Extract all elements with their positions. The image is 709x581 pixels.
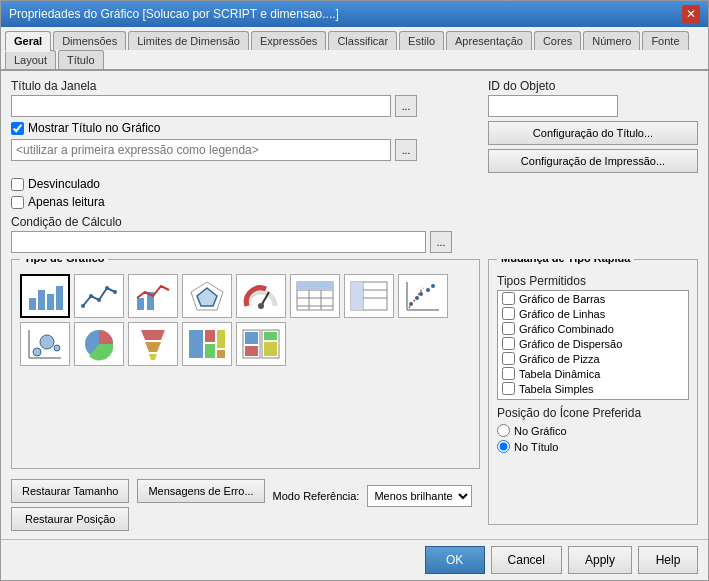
svg-marker-42 (145, 342, 161, 352)
chart-icon-gauge[interactable] (236, 274, 286, 318)
checkbox-linhas[interactable] (502, 307, 515, 320)
configuracao-impressao-button[interactable]: Configuração de Impressão... (488, 149, 698, 173)
help-button[interactable]: Help (638, 546, 698, 574)
tipos-permitidos-label: Tipos Permitidos (497, 274, 689, 288)
condicao-calculo-label: Condição de Cálculo (11, 215, 698, 229)
chart-icon-radar[interactable] (182, 274, 232, 318)
config-buttons-section: Configuração do Título... Configuração d… (488, 121, 698, 173)
tab-numero[interactable]: Número (583, 31, 640, 50)
configuracao-titulo-button[interactable]: Configuração do Título... (488, 121, 698, 145)
apenas-leitura-label: Apenas leitura (28, 195, 105, 209)
tipo-grafico-title: Tipo de Gráfico (20, 259, 108, 264)
tab-layout[interactable]: Layout (5, 50, 56, 69)
titulo-janela-input[interactable]: Solucao por SCRIPT e dimensao.... (11, 95, 391, 117)
bottom-bar: OK Cancel Apply Help (1, 539, 708, 580)
close-button[interactable]: ✕ (682, 5, 700, 23)
posicao-icone-section: Posição do Ícone Preferida No Gráfico No… (497, 406, 689, 453)
chart-icon-funnel[interactable] (128, 322, 178, 366)
radio-no-grafico[interactable] (497, 424, 510, 437)
ok-button[interactable]: OK (425, 546, 485, 574)
chart-icon-bubble[interactable] (20, 322, 70, 366)
listbox-item-linhas: Gráfico de Linhas (498, 306, 688, 321)
svg-point-39 (54, 345, 60, 351)
listbox-item-dinamica: Tabela Dinâmica (498, 366, 688, 381)
checkbox-barras[interactable] (502, 292, 515, 305)
restore-buttons: Restaurar Tamanho Restaurar Posição (11, 479, 129, 531)
svg-point-31 (415, 296, 419, 300)
tab-limites[interactable]: Limites de Dimensão (128, 31, 249, 50)
mostrar-titulo-checkbox[interactable] (11, 122, 24, 135)
tab-cores[interactable]: Cores (534, 31, 581, 50)
radio-no-titulo[interactable] (497, 440, 510, 453)
right-panel: Mudança de Tipo Rápida Tipos Permitidos … (488, 259, 698, 531)
restaurar-tamanho-button[interactable]: Restaurar Tamanho (11, 479, 129, 503)
svg-rect-45 (205, 330, 215, 342)
svg-rect-54 (264, 342, 277, 356)
bottom-controls: Restaurar Tamanho Restaurar Posição Mens… (11, 479, 480, 531)
tipos-listbox: Gráfico de Barras Gráfico de Linhas Gráf… (497, 290, 689, 400)
tab-dimensoes[interactable]: Dimensões (53, 31, 126, 50)
restaurar-posicao-button[interactable]: Restaurar Posição (11, 507, 129, 531)
top-section: Título da Janela Solucao por SCRIPT e di… (11, 79, 698, 117)
tab-expressoes[interactable]: Expressões (251, 31, 326, 50)
apenas-leitura-row: Apenas leitura (11, 195, 698, 209)
legenda-input[interactable] (11, 139, 391, 161)
desvinculado-checkbox[interactable] (11, 178, 24, 191)
tab-content: Título da Janela Solucao por SCRIPT e di… (1, 71, 708, 539)
apenas-leitura-checkbox[interactable] (11, 196, 24, 209)
apply-button[interactable]: Apply (568, 546, 632, 574)
tab-fonte[interactable]: Fonte (642, 31, 688, 50)
title-bar: Propriedades do Gráfico [Solucao por SCR… (1, 1, 708, 27)
chart-icon-table[interactable] (290, 274, 340, 318)
tab-titulo[interactable]: Título (58, 50, 104, 69)
svg-rect-48 (217, 350, 225, 358)
label-dispersao: Gráfico de Dispersão (519, 338, 622, 350)
chart-icon-pie[interactable] (74, 322, 124, 366)
modo-referencia-select[interactable]: Menos brilhante (367, 485, 472, 507)
listbox-with-scroll: Gráfico de Barras Gráfico de Linhas Gráf… (497, 290, 689, 400)
tipos-permitidos-section: Tipos Permitidos Gráfico de Barras Gráfi… (497, 274, 689, 453)
mostrar-titulo-section: Mostrar Título no Gráfico ... (11, 121, 480, 161)
legenda-row: ... (11, 139, 480, 161)
listbox-item-barras: Gráfico de Barras (498, 291, 688, 306)
radio-no-grafico-row: No Gráfico (497, 424, 689, 437)
condicao-calculo-row: ... (11, 231, 698, 253)
posicao-icone-label: Posição do Ícone Preferida (497, 406, 689, 420)
chart-icon-bar[interactable] (20, 274, 70, 318)
svg-point-14 (258, 303, 264, 309)
svg-rect-2 (47, 294, 54, 310)
tab-classificar[interactable]: Classificar (328, 31, 397, 50)
chart-icon-combo[interactable] (128, 274, 178, 318)
condicao-calculo-dots-button[interactable]: ... (430, 231, 452, 253)
checkbox-dispersao[interactable] (502, 337, 515, 350)
mudanca-tipo-title: Mudança de Tipo Rápida (497, 259, 634, 264)
label-combinado: Gráfico Combinado (519, 323, 614, 335)
mudanca-tipo-group: Mudança de Tipo Rápida Tipos Permitidos … (488, 259, 698, 525)
id-objeto-input[interactable]: CH02 (488, 95, 618, 117)
checkbox-dinamica[interactable] (502, 367, 515, 380)
condicao-calculo-section: Condição de Cálculo ... (11, 215, 698, 253)
chart-icon-extra1[interactable] (344, 274, 394, 318)
checkbox-simples[interactable] (502, 382, 515, 395)
condicao-calculo-input[interactable] (11, 231, 426, 253)
svg-rect-26 (351, 282, 363, 310)
svg-marker-43 (149, 354, 157, 360)
tab-apresentacao[interactable]: Apresentação (446, 31, 532, 50)
cancel-button[interactable]: Cancel (491, 546, 562, 574)
chart-icon-extra2[interactable] (236, 322, 286, 366)
checkbox-combinado[interactable] (502, 322, 515, 335)
tab-geral[interactable]: Geral (5, 31, 51, 52)
checkbox-pizza[interactable] (502, 352, 515, 365)
legenda-dots-button[interactable]: ... (395, 139, 417, 161)
mostrar-titulo-row: Mostrar Título no Gráfico (11, 121, 480, 135)
mensagens-erro-button[interactable]: Mensagens de Erro... (137, 479, 264, 503)
tab-estilo[interactable]: Estilo (399, 31, 444, 50)
titulo-janela-dots-button[interactable]: ... (395, 95, 417, 117)
chart-icon-scatter[interactable] (398, 274, 448, 318)
chart-icon-mekko[interactable] (182, 322, 232, 366)
svg-rect-51 (245, 332, 258, 344)
chart-icons-grid (20, 274, 471, 366)
svg-point-32 (419, 292, 423, 296)
svg-marker-41 (141, 330, 165, 340)
chart-icon-line[interactable] (74, 274, 124, 318)
